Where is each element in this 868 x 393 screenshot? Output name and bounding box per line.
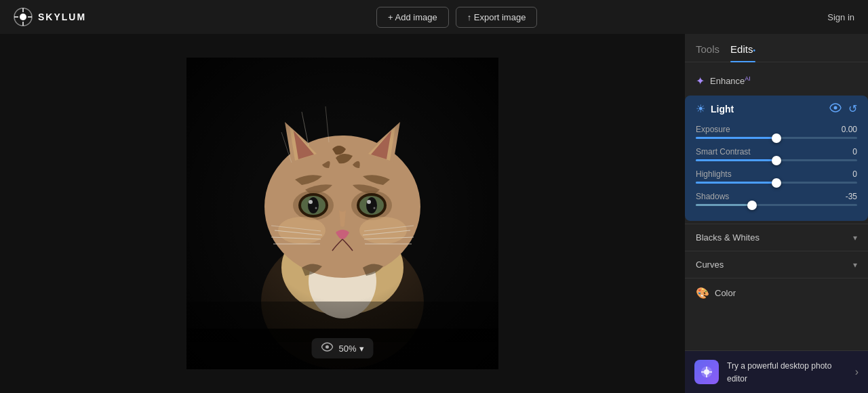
image-container: 50% ▾ <box>186 58 498 369</box>
promo-banner[interactable]: Try a powerful desktop photo editor › <box>685 350 868 393</box>
visibility-toggle-button[interactable] <box>321 342 333 354</box>
light-section: ☀ Light ↺ <box>685 96 868 221</box>
slider-shadows: Shadows -35 <box>696 192 857 206</box>
curves-chevron: ▾ <box>853 260 857 270</box>
blacks-whites-section[interactable]: Blacks & Whites ▾ <box>685 224 868 251</box>
shadows-track[interactable] <box>696 204 857 206</box>
ai-badge: AI <box>745 75 751 82</box>
smart-contrast-value: 0 <box>852 147 857 157</box>
promo-icon <box>694 360 719 384</box>
light-eye-icon <box>829 103 842 112</box>
enhance-icon: ✦ <box>696 75 705 87</box>
slider-exposure: Exposure 0.00 <box>696 125 857 139</box>
right-panel: Tools Edits• ✦ EnhanceAI ☀ Light <box>685 34 868 393</box>
smart-contrast-label: Smart Contrast <box>696 147 751 157</box>
section-header-left: ☀ Light <box>696 102 734 115</box>
curves-section[interactable]: Curves ▾ <box>685 251 868 278</box>
promo-arrow: › <box>855 366 859 378</box>
sign-in-button[interactable]: Sign in <box>827 12 854 22</box>
header: SKYLUM + Add image ↑ Export image Sign i… <box>0 0 868 34</box>
enhance-label: EnhanceAI <box>710 75 751 86</box>
export-image-button[interactable]: ↑ Export image <box>456 7 538 28</box>
section-actions: ↺ <box>829 102 857 115</box>
light-title: Light <box>711 104 734 115</box>
exposure-value: 0.00 <box>842 125 857 134</box>
edits-dot: • <box>753 47 755 54</box>
enhance-section: ✦ EnhanceAI <box>685 69 868 93</box>
promo-title: Try a powerful desktop photo editor <box>727 361 831 384</box>
eye-icon <box>321 342 333 352</box>
tab-tools[interactable]: Tools <box>696 43 719 62</box>
exposure-track[interactable] <box>696 137 857 139</box>
curves-header[interactable]: Curves ▾ <box>685 251 868 278</box>
canvas-area: 50% ▾ <box>0 34 685 393</box>
cat-image <box>186 58 498 369</box>
highlights-track[interactable] <box>696 182 857 184</box>
highlights-value: 0 <box>852 169 857 179</box>
smart-contrast-track[interactable] <box>696 159 857 161</box>
shadows-value: -35 <box>846 192 857 201</box>
promo-text: Try a powerful desktop photo editor <box>727 359 847 385</box>
logo: SKYLUM <box>14 7 86 26</box>
blacks-whites-header[interactable]: Blacks & Whites ▾ <box>685 224 868 251</box>
cat-svg <box>186 58 498 369</box>
header-center: + Add image ↑ Export image <box>376 7 537 28</box>
logo-icon <box>14 7 33 26</box>
color-label: Color <box>715 288 736 298</box>
blacks-whites-label: Blacks & Whites <box>696 232 760 243</box>
skylum-promo-icon <box>700 365 713 379</box>
light-reset-button[interactable]: ↺ <box>848 102 857 115</box>
image-toolbar: 50% ▾ <box>311 338 373 358</box>
slider-shadows-labels: Shadows -35 <box>696 192 857 201</box>
zoom-value: 50% <box>338 344 356 354</box>
svg-point-1 <box>20 14 26 20</box>
add-image-button[interactable]: + Add image <box>376 7 449 28</box>
logo-text: SKYLUM <box>38 12 86 22</box>
tab-edits[interactable]: Edits• <box>730 43 755 62</box>
svg-rect-44 <box>186 58 498 369</box>
highlights-label: Highlights <box>696 169 732 179</box>
color-section: 🎨 Color <box>685 278 868 308</box>
slider-highlights: Highlights 0 <box>696 169 857 184</box>
main: 50% ▾ Tools Edits• ✦ EnhanceAI <box>0 34 868 393</box>
curves-label: Curves <box>696 260 724 270</box>
zoom-arrow: ▾ <box>359 344 364 354</box>
exposure-label: Exposure <box>696 125 730 134</box>
svg-point-46 <box>834 106 837 109</box>
light-section-header[interactable]: ☀ Light ↺ <box>685 96 868 122</box>
svg-point-45 <box>326 346 329 349</box>
light-visibility-button[interactable] <box>829 103 842 115</box>
slider-group: Exposure 0.00 Smart Contrast 0 <box>685 122 868 221</box>
shadows-label: Shadows <box>696 192 729 201</box>
panel-tabs: Tools Edits• <box>685 34 868 62</box>
color-icon: 🎨 <box>696 287 709 299</box>
light-icon: ☀ <box>696 102 705 115</box>
zoom-display: 50% ▾ <box>338 344 363 354</box>
blacks-whites-chevron: ▾ <box>853 233 857 243</box>
panel-content: ✦ EnhanceAI ☀ Light <box>685 62 868 350</box>
svg-point-48 <box>704 369 709 375</box>
slider-smart-contrast: Smart Contrast 0 <box>696 147 857 161</box>
